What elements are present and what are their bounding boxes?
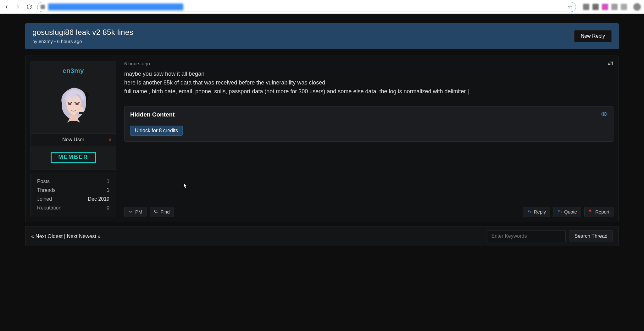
hidden-content-box: Hidden Content Unlock for 8 credits bbox=[124, 106, 613, 142]
extension-icons bbox=[583, 4, 627, 10]
profile-avatar-icon[interactable] bbox=[633, 3, 641, 11]
find-label: Find bbox=[161, 209, 170, 214]
avatar-image bbox=[56, 83, 91, 127]
user-role: New User bbox=[31, 133, 116, 146]
post-number-link[interactable]: #1 bbox=[608, 61, 613, 67]
stat-value: 1 bbox=[107, 187, 109, 193]
svg-line-8 bbox=[157, 212, 158, 213]
address-bar[interactable]: ☆ bbox=[37, 2, 576, 12]
lock-icon bbox=[41, 5, 45, 9]
svg-point-6 bbox=[130, 213, 130, 213]
stat-row-reputation: Reputation 0 bbox=[37, 203, 109, 212]
next-oldest-link[interactable]: Next Oldest bbox=[36, 233, 63, 239]
stat-label: Posts bbox=[37, 179, 50, 184]
member-badge-row: MEMBER bbox=[31, 146, 116, 170]
quote-button[interactable]: Quote bbox=[553, 207, 581, 217]
hidden-content-title: Hidden Content bbox=[130, 111, 175, 118]
thread-nav-links: « Next Oldest | Next Newest » bbox=[31, 233, 101, 239]
find-button[interactable]: Find bbox=[150, 207, 174, 217]
next-marker: » bbox=[98, 233, 101, 239]
address-selection bbox=[48, 3, 183, 10]
sep: | bbox=[64, 233, 65, 239]
stat-label: Joined bbox=[37, 196, 52, 202]
status-dot-icon bbox=[109, 138, 111, 141]
thread-title: gosuslugi86 leak v2 85k lines bbox=[32, 28, 133, 37]
extension-icon[interactable] bbox=[592, 4, 599, 10]
stat-value: 0 bbox=[107, 205, 109, 211]
page: gosuslugi86 leak v2 85k lines by en3my -… bbox=[0, 14, 644, 246]
stat-value: 1 bbox=[107, 179, 109, 184]
arrow-right-icon bbox=[15, 4, 21, 10]
user-role-label: New User bbox=[62, 137, 84, 143]
eye-icon bbox=[601, 111, 608, 118]
extension-icon[interactable] bbox=[621, 4, 627, 10]
stat-label: Threads bbox=[37, 187, 56, 193]
new-reply-button[interactable]: New Reply bbox=[574, 30, 612, 42]
user-stats: Posts 1 Threads 1 Joined Dec 2019 Reputa… bbox=[31, 173, 116, 217]
post-actions: PM Find Reply bbox=[124, 144, 613, 217]
thread-footer: « Next Oldest | Next Newest » Search Thr… bbox=[25, 226, 619, 246]
reload-icon bbox=[26, 4, 32, 10]
extension-icon[interactable] bbox=[583, 4, 589, 10]
unlock-button[interactable]: Unlock for 8 credits bbox=[130, 126, 183, 136]
prev-marker: « bbox=[31, 233, 34, 239]
thread-header: gosuslugi86 leak v2 85k lines by en3my -… bbox=[25, 23, 619, 49]
user-box: en3my bbox=[31, 61, 116, 146]
report-label: Report bbox=[595, 209, 609, 214]
stat-row-joined: Joined Dec 2019 bbox=[37, 195, 109, 203]
extension-icon[interactable] bbox=[611, 4, 618, 10]
post: en3my bbox=[25, 56, 619, 222]
reply-button[interactable]: Reply bbox=[523, 207, 550, 217]
stat-row-posts: Posts 1 bbox=[37, 177, 109, 186]
browser-chrome: ☆ bbox=[0, 0, 644, 14]
pm-label: PM bbox=[135, 209, 142, 214]
user-panel: en3my bbox=[31, 61, 116, 217]
username-link[interactable]: en3my bbox=[31, 67, 116, 74]
svg-point-3 bbox=[75, 103, 79, 105]
stat-row-threads: Threads 1 bbox=[37, 186, 109, 195]
thread-byline: by en3my - 6 hours ago bbox=[32, 39, 133, 44]
search-thread-button[interactable]: Search Thread bbox=[569, 230, 613, 242]
svg-point-2 bbox=[68, 103, 72, 105]
wifi-icon bbox=[128, 209, 133, 214]
pm-button[interactable]: PM bbox=[124, 207, 147, 217]
post-time: 6 hours ago bbox=[124, 61, 150, 67]
member-badge: MEMBER bbox=[51, 152, 96, 163]
extension-icon[interactable] bbox=[602, 4, 608, 10]
post-line: here is another 85k of data that was rec… bbox=[124, 79, 613, 87]
stat-value: Dec 2019 bbox=[88, 196, 110, 202]
svg-point-5 bbox=[604, 113, 605, 115]
back-button[interactable] bbox=[3, 3, 10, 10]
forward-button[interactable] bbox=[14, 3, 21, 10]
quote-icon bbox=[557, 209, 562, 214]
reload-button[interactable] bbox=[26, 3, 33, 10]
next-newest-link[interactable]: Next Newest bbox=[67, 233, 96, 239]
star-icon[interactable]: ☆ bbox=[568, 3, 573, 10]
stat-label: Reputation bbox=[37, 205, 61, 211]
arrow-left-icon bbox=[4, 4, 9, 10]
post-content: 6 hours ago #1 maybe you saw how it all … bbox=[124, 61, 613, 217]
post-line: maybe you saw how it all began bbox=[124, 70, 613, 79]
svg-point-7 bbox=[154, 210, 157, 212]
post-line: full name , birth date, email, phone, sn… bbox=[124, 87, 613, 96]
search-thread-input[interactable] bbox=[487, 230, 566, 242]
quote-label: Quote bbox=[564, 209, 577, 214]
avatar[interactable] bbox=[56, 83, 91, 127]
report-button[interactable]: Report bbox=[584, 207, 613, 217]
svg-rect-4 bbox=[79, 112, 84, 114]
flag-icon bbox=[588, 209, 593, 214]
reply-label: Reply bbox=[534, 209, 546, 214]
search-icon bbox=[154, 209, 158, 214]
post-body: maybe you saw how it all began here is a… bbox=[124, 70, 613, 96]
reply-icon bbox=[527, 209, 531, 214]
